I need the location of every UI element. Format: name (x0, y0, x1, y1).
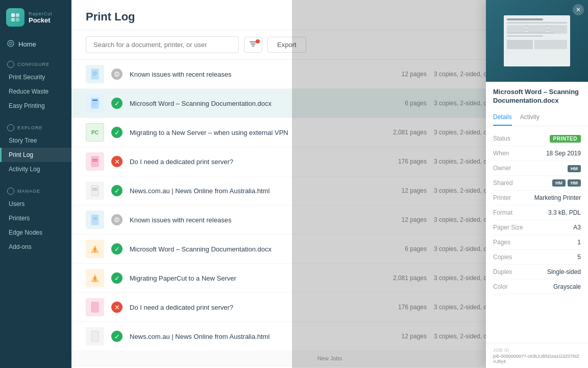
svg-point-4 (8, 40, 14, 47)
printer-label: Printer (493, 194, 524, 201)
home-icon (7, 40, 14, 49)
sidebar-item-edge-nodes[interactable]: Edge Nodes (0, 225, 71, 240)
detail-row-printer: Printer Marketing Printer (493, 191, 581, 205)
sidebar-item-print-security[interactable]: Print Security (0, 70, 71, 84)
status-icon: ✓ (111, 98, 122, 109)
color-label: Color (493, 283, 524, 290)
logo-bottom: Pocket (29, 16, 53, 24)
detail-row-copies: Copies 5 (493, 250, 581, 265)
status-icon: ✓ (111, 243, 122, 255)
svg-rect-21 (91, 156, 99, 167)
color-value: Grayscale (553, 283, 581, 290)
owner-avatar: HM (568, 165, 581, 172)
sidebar-item-users[interactable]: Users (0, 197, 71, 211)
row-thumbnail (86, 327, 104, 346)
panel-body: Status PRINTED When 18 Sep 2019 Owner HM… (486, 126, 588, 343)
status-icon: ✕ (111, 302, 122, 313)
row-thumbnail (86, 65, 104, 83)
sidebar-item-easy-printing[interactable]: Easy Printing (0, 99, 71, 113)
print-log-label: Print Log (9, 151, 33, 158)
logo-top: RaperCut (29, 11, 53, 16)
sidebar-item-print-log[interactable]: Print Log (0, 148, 71, 162)
row-thumbnail (86, 152, 104, 171)
configure-label: CONFIGURE (0, 58, 71, 70)
sidebar: RaperCut Pocket Home CONFIGURE Print Sec… (0, 0, 71, 368)
detail-row-paper-size: Paper Size A3 (493, 220, 581, 235)
main-content: Print Log Export (71, 0, 588, 368)
panel-tabs: Details Activity (486, 109, 588, 126)
paper-size-value: A3 (573, 224, 581, 231)
tab-details[interactable]: Details (493, 109, 512, 126)
home-label: Home (18, 40, 36, 48)
status-icon: ✓ (111, 185, 122, 196)
row-thumbnail (86, 298, 104, 316)
panel-title: Microsoft Word – Scanning Documentation.… (493, 88, 581, 105)
configure-icon (7, 61, 14, 68)
status-icon: ✓ (111, 272, 122, 284)
detail-row-status: Status PRINTED (493, 131, 581, 146)
panel-title-area: Microsoft Word – Scanning Documentation.… (486, 82, 588, 105)
job-id-label: JOB ID (493, 348, 581, 353)
svg-rect-27 (91, 215, 99, 225)
detail-row-owner: Owner HM (493, 161, 581, 176)
detail-row-shared: Shared HM HM (493, 176, 581, 191)
sidebar-item-activity-log[interactable]: Activity Log (0, 162, 71, 176)
logo-area: RaperCut Pocket (0, 0, 71, 35)
job-id-value: job-0000000077-cK8UUB5Dza1G3Z076IZAJ6y4 (493, 354, 581, 364)
copies-label: Copies (493, 254, 524, 261)
panel-footer: JOB ID job-0000000077-cK8UUB5Dza1G3Z076I… (486, 343, 588, 368)
sidebar-item-story-tree[interactable]: Story Tree (0, 133, 71, 148)
svg-point-15 (116, 75, 117, 76)
svg-rect-0 (11, 13, 15, 17)
shared-label: Shared (493, 179, 524, 187)
detail-row-when: When 18 Sep 2019 (493, 146, 581, 161)
printer-value: Marketing Printer (534, 194, 581, 201)
row-thumbnail (86, 181, 104, 200)
svg-rect-17 (92, 100, 97, 101)
explore-section: EXPLORE Story Tree Print Log Activity Lo… (0, 117, 71, 180)
detail-row-color: Color Grayscale (493, 280, 581, 294)
svg-rect-9 (91, 69, 99, 79)
close-panel-button[interactable]: ✕ (573, 4, 584, 15)
users-label: Users (9, 200, 24, 208)
row-thumbnail (86, 94, 104, 112)
reduce-waste-label: Reduce Waste (9, 88, 48, 95)
filter-button[interactable] (244, 37, 262, 53)
sidebar-item-add-ons[interactable]: Add-ons (0, 240, 71, 254)
status-icon: ✓ (111, 331, 122, 342)
story-tree-label: Story Tree (9, 137, 37, 144)
easy-printing-label: Easy Printing (9, 102, 45, 109)
tab-activity[interactable]: Activity (520, 109, 540, 126)
duplex-value: Single-sided (547, 268, 581, 275)
filter-dot (256, 39, 260, 43)
svg-rect-3 (16, 18, 19, 21)
svg-point-5 (10, 42, 12, 45)
edge-nodes-label: Edge Nodes (9, 229, 42, 236)
row-thumbnail (86, 211, 104, 229)
manage-label: MANAGE (0, 185, 71, 197)
svg-point-38 (94, 281, 95, 282)
copies-value: 5 (577, 254, 581, 261)
shared-avatar-1: HM (552, 179, 566, 187)
activity-log-label: Activity Log (9, 166, 40, 173)
status-icon: ✕ (111, 156, 122, 167)
owner-label: Owner (493, 165, 524, 172)
svg-rect-39 (91, 302, 99, 312)
sidebar-item-reduce-waste[interactable]: Reduce Waste (0, 84, 71, 99)
search-input[interactable] (86, 36, 239, 53)
status-badge: PRINTED (550, 135, 581, 142)
sidebar-item-printers[interactable]: Printers (0, 211, 71, 225)
sidebar-item-home[interactable]: Home (0, 35, 71, 54)
svg-rect-24 (91, 186, 99, 196)
add-ons-label: Add-ons (9, 243, 32, 250)
svg-rect-1 (16, 13, 19, 17)
paper-size-label: Paper Size (493, 224, 524, 231)
logo-icon (6, 8, 24, 27)
detail-row-pages: Pages 1 (493, 235, 581, 250)
format-value: 3.3 kB, PDL (548, 209, 581, 216)
pages-label: Pages (493, 239, 524, 246)
svg-rect-40 (91, 331, 99, 341)
explore-icon (7, 124, 14, 131)
detail-row-format: Format 3.3 kB, PDL (493, 205, 581, 220)
pages-value: 1 (577, 239, 581, 246)
